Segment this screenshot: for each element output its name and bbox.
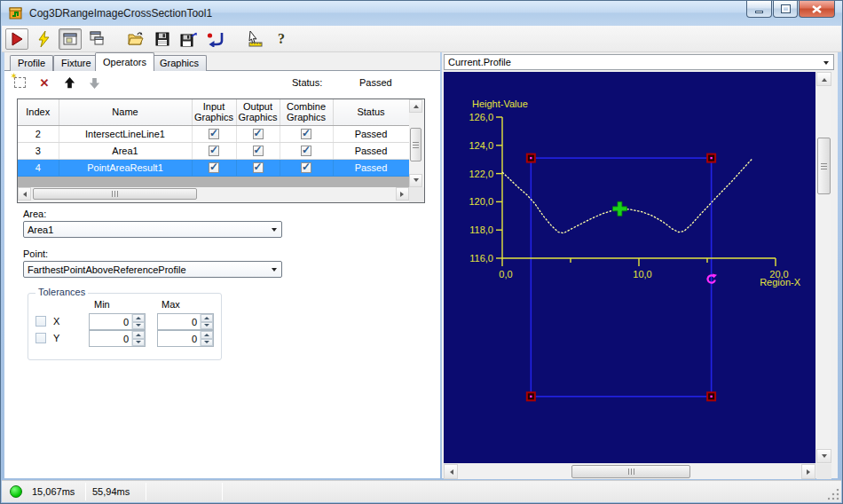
spinner-value[interactable]: 0 (158, 331, 200, 346)
add-operator-button[interactable]: ✶ (12, 75, 28, 91)
tolerance-axis-label: X (53, 316, 59, 327)
float-window-button[interactable] (85, 28, 108, 50)
save-button[interactable] (151, 28, 174, 50)
profile-chart-canvas[interactable]: 116,0118,0120,0122,0124,0126,00,010,020,… (444, 72, 815, 463)
hscroll-thumb[interactable] (571, 465, 690, 478)
spinner-value[interactable]: 0 (90, 331, 131, 346)
tolerance-spinner[interactable]: 0 (157, 313, 214, 330)
show-result-window-button[interactable] (59, 28, 82, 50)
scrollbar-corner (816, 464, 831, 479)
table-row[interactable]: 2IntersectLineLine1✓✓✓Passed (18, 125, 409, 142)
spin-down-button[interactable] (132, 339, 145, 347)
save-as-icon (180, 31, 198, 47)
tolerance-enable-checkbox[interactable] (35, 316, 46, 327)
tolerance-enable-checkbox[interactable] (35, 333, 46, 343)
point-combobox[interactable]: FarthestPointAboveReferenceProfile (23, 261, 282, 278)
graphics-checkbox[interactable]: ✓ (301, 129, 311, 139)
chart-hscrollbar[interactable] (444, 464, 815, 479)
spin-down-button[interactable] (132, 322, 145, 330)
minimize-button[interactable] (746, 1, 772, 18)
vscroll-thumb[interactable] (817, 138, 831, 194)
app-icon (9, 6, 23, 20)
spin-up-button[interactable] (201, 314, 213, 322)
tolerances-groupbox: Tolerances Min Max X00Y00 (28, 293, 222, 360)
spinner-value[interactable]: 0 (158, 314, 200, 329)
column-header[interactable]: Index (18, 99, 59, 125)
minimize-icon (755, 11, 763, 13)
open-button[interactable] (124, 28, 147, 50)
scroll-up-button[interactable] (816, 72, 831, 86)
delete-icon: ✕ (40, 76, 50, 90)
graphics-checkbox[interactable]: ✓ (253, 129, 264, 139)
tolerance-spinner[interactable]: 0 (157, 330, 214, 347)
help-button[interactable]: ? (270, 28, 293, 50)
save-as-button[interactable] (177, 28, 201, 50)
scroll-up-button[interactable] (409, 99, 422, 113)
column-header[interactable]: Name (59, 99, 192, 125)
spin-up-button[interactable] (201, 331, 213, 339)
tolerance-spinner[interactable]: 0 (89, 313, 146, 330)
tab-fixture[interactable]: Fixture (53, 55, 99, 71)
scroll-left-button[interactable] (444, 464, 458, 479)
measure-button[interactable] (243, 28, 266, 50)
graphics-checkbox[interactable]: ✓ (301, 146, 311, 156)
tolerance-row: Y00 (28, 330, 221, 347)
tab-operators[interactable]: Operators (95, 52, 154, 71)
reset-button[interactable] (204, 28, 227, 50)
run-button[interactable] (5, 28, 28, 50)
tolerance-spinner[interactable]: 0 (89, 330, 146, 347)
table-row[interactable]: 3Area1✓✓✓Passed (18, 142, 409, 159)
column-header[interactable]: Combine Graphics (280, 99, 333, 125)
display-source-combobox[interactable]: Current.Profile (444, 54, 834, 70)
spin-up-button[interactable] (132, 314, 145, 322)
graphics-checkbox[interactable]: ✓ (301, 162, 311, 173)
table-vscrollbar[interactable] (409, 99, 424, 187)
move-down-button[interactable] (86, 75, 102, 91)
hscroll-thumb[interactable] (33, 188, 197, 200)
spin-down-button[interactable] (201, 339, 213, 347)
scroll-right-button[interactable] (801, 464, 815, 479)
check-icon: ✓ (254, 144, 263, 156)
trigger-button[interactable] (32, 28, 55, 50)
move-up-button[interactable] (61, 75, 77, 91)
graphics-checkbox[interactable]: ✓ (253, 146, 264, 156)
table-header-row[interactable]: IndexNameInput GraphicsOutput GraphicsCo… (18, 99, 409, 125)
tab-profile[interactable]: Profile (10, 55, 53, 71)
y-tick-label: 120,0 (469, 196, 493, 207)
scroll-down-button[interactable] (816, 449, 831, 463)
graphics-checkbox[interactable]: ✓ (209, 162, 219, 173)
scroll-left-button[interactable] (18, 187, 31, 201)
spinner-value[interactable]: 0 (90, 314, 131, 329)
check-icon: ✓ (302, 144, 311, 156)
spin-up-button[interactable] (132, 331, 145, 339)
help-icon: ? (278, 31, 285, 47)
spin-down-button[interactable] (201, 322, 213, 330)
chart-vscrollbar[interactable] (816, 72, 831, 463)
maximize-button[interactable] (773, 1, 798, 18)
column-header[interactable]: Status (333, 99, 409, 125)
display-panel: Current.Profile 116,0118,0120,0122,0124,… (442, 52, 838, 478)
column-header[interactable]: Output Graphics (236, 99, 280, 125)
check-icon: ✓ (254, 127, 263, 139)
graphics-checkbox[interactable]: ✓ (209, 129, 219, 139)
vscroll-thumb[interactable] (410, 128, 422, 161)
resize-grip[interactable] (828, 489, 839, 500)
tab-graphics[interactable]: Graphics (152, 55, 207, 71)
check-icon: ✓ (302, 127, 311, 139)
status-led-icon (10, 485, 22, 498)
graphics-checkbox[interactable]: ✓ (253, 162, 264, 173)
area-combobox[interactable]: Area1 (23, 221, 282, 238)
scroll-down-button[interactable] (409, 174, 422, 187)
profile-chart[interactable]: 116,0118,0120,0122,0124,0126,00,010,020,… (444, 72, 815, 463)
scroll-right-button[interactable] (396, 187, 409, 201)
table-row[interactable]: 4PointAreaResult1✓✓✓Passed (18, 159, 409, 176)
column-header[interactable]: Input Graphics (192, 99, 236, 125)
title-bar[interactable]: Cog3DRangeImageCrossSectionTool1 (1, 1, 842, 26)
check-icon: ✓ (209, 144, 218, 156)
run-icon (9, 31, 25, 47)
status-label: Status: (292, 77, 322, 88)
close-button[interactable] (799, 1, 835, 18)
table-hscrollbar[interactable] (18, 187, 409, 202)
graphics-checkbox[interactable]: ✓ (209, 146, 219, 156)
delete-operator-button[interactable]: ✕ (36, 75, 52, 91)
